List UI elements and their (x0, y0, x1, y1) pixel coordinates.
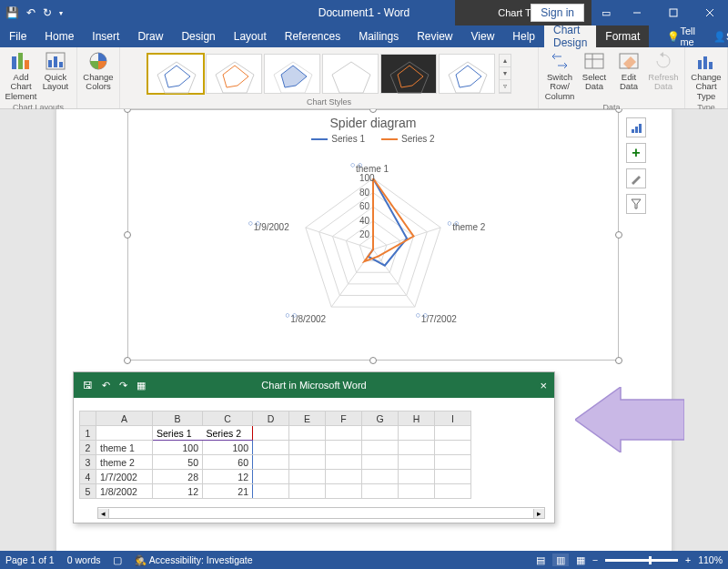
zoom-in-button[interactable]: + (685, 554, 691, 565)
cell[interactable]: 60 (203, 455, 253, 470)
cell[interactable]: 1/7/2002 (96, 470, 153, 484)
row-header[interactable]: 4 (80, 470, 96, 484)
zoom-out-button[interactable]: − (592, 554, 598, 565)
page-indicator[interactable]: Page 1 of 1 (5, 554, 55, 565)
style-thumb-4[interactable] (322, 54, 379, 94)
datasheet-close-button[interactable]: × (540, 379, 547, 392)
cell[interactable] (362, 441, 399, 455)
view-read-icon[interactable]: ▤ (536, 554, 545, 565)
tab-mailings[interactable]: Mailings (349, 25, 408, 47)
cell[interactable] (435, 470, 471, 484)
cell[interactable] (435, 455, 471, 470)
plot-area[interactable]: 10080604020theme 1○ ○theme 2○ ○1/7/2002○… (128, 147, 618, 339)
datalabel-handle[interactable]: ○ ○ (248, 218, 260, 228)
cell[interactable]: Series 1 (153, 426, 203, 441)
cell[interactable]: 28 (153, 470, 203, 484)
cell[interactable]: Series 2 (203, 426, 253, 441)
col-header[interactable]: A (96, 412, 153, 426)
col-header[interactable]: D (253, 412, 289, 426)
cell[interactable]: theme 2 (96, 455, 153, 470)
tab-help[interactable]: Help (503, 25, 544, 47)
col-header[interactable]: G (362, 412, 399, 426)
datalabel-handle[interactable]: ○ ○ (285, 310, 297, 320)
cell[interactable] (326, 484, 362, 499)
tab-format[interactable]: Format (596, 25, 649, 47)
row-header[interactable]: 3 (80, 455, 96, 470)
zoom-level[interactable]: 110% (698, 554, 723, 565)
document-area[interactable]: Spider diagram Series 1 Series 2 1008060… (0, 109, 728, 551)
ds-save-icon[interactable]: 🖫 (83, 380, 93, 391)
tab-layout[interactable]: Layout (225, 25, 276, 47)
cell[interactable] (289, 441, 326, 455)
view-print-icon[interactable]: ▥ (552, 554, 569, 566)
tab-chart-design[interactable]: Chart Design (544, 25, 596, 47)
tab-references[interactable]: References (276, 25, 349, 47)
tab-draw[interactable]: Draw (128, 25, 172, 47)
style-thumb-3[interactable] (264, 54, 320, 94)
scroll-right-icon[interactable]: ▸ (533, 509, 544, 518)
view-web-icon[interactable]: ▦ (576, 554, 585, 565)
chart-title[interactable]: Spider diagram (128, 110, 618, 130)
cell[interactable] (362, 470, 399, 484)
chart-legend[interactable]: Series 1 Series 2 (128, 130, 618, 147)
zoom-slider[interactable] (605, 559, 678, 562)
cell[interactable]: 12 (153, 484, 203, 499)
cell[interactable] (253, 455, 289, 470)
cell[interactable] (362, 484, 399, 499)
datasheet-scrollbar[interactable]: ◂ ▸ (97, 507, 545, 519)
cell[interactable]: theme 1 (96, 441, 153, 455)
tab-design[interactable]: Design (172, 25, 224, 47)
cell[interactable]: 21 (203, 484, 253, 499)
style-thumb-2[interactable] (206, 54, 262, 94)
cell[interactable] (253, 484, 289, 499)
chart-elements-button[interactable] (626, 117, 646, 137)
accessibility-status[interactable]: 🕵 Accessibility: Investigate (135, 554, 252, 566)
tab-view[interactable]: View (462, 25, 504, 47)
chart-filter-button[interactable] (626, 194, 646, 214)
col-header[interactable]: I (435, 412, 471, 426)
cell[interactable] (253, 441, 289, 455)
cell[interactable] (435, 484, 471, 499)
cell[interactable] (399, 484, 435, 499)
cell[interactable] (362, 455, 399, 470)
tab-home[interactable]: Home (35, 25, 83, 47)
maximize-button[interactable] (655, 0, 692, 25)
chart-styles-button[interactable]: + (626, 143, 646, 163)
datalabel-handle[interactable]: ○ ○ (350, 160, 362, 169)
cell[interactable] (435, 441, 471, 455)
cell[interactable]: 50 (153, 455, 203, 470)
datalabel-handle[interactable]: ○ ○ (416, 310, 428, 320)
proofing-icon[interactable]: ▢ (113, 554, 122, 565)
change-colors-button[interactable]: Change Colors (81, 49, 116, 94)
undo-icon[interactable]: ↶ (26, 6, 35, 19)
ds-excel-icon[interactable]: ▦ (136, 380, 146, 391)
col-header[interactable]: C (203, 412, 253, 426)
col-header[interactable]: B (153, 412, 203, 426)
ribbon-options-icon[interactable]: ▭ (593, 7, 619, 19)
style-thumb-6[interactable] (439, 54, 495, 94)
datasheet-grid[interactable]: ABCDEFGHI1Series 1Series 22theme 1100100… (79, 411, 471, 499)
tab-review[interactable]: Review (408, 25, 461, 47)
datalabel-handle[interactable]: ○ ○ (447, 218, 459, 228)
minimize-button[interactable] (619, 0, 655, 25)
ds-undo-icon[interactable]: ↶ (102, 380, 110, 391)
cell[interactable]: 100 (153, 441, 203, 455)
cell[interactable] (253, 470, 289, 484)
style-thumb-1[interactable] (147, 54, 204, 94)
chart-datasheet[interactable]: 🖫 ↶ ↷ ▦ Chart in Microsoft Word × ABCDEF… (73, 371, 555, 523)
col-header[interactable]: F (326, 412, 362, 426)
col-header[interactable]: H (399, 412, 435, 426)
cell[interactable] (289, 470, 326, 484)
cell[interactable] (326, 470, 362, 484)
style-thumb-5[interactable] (380, 54, 437, 94)
cell[interactable] (399, 470, 435, 484)
tell-me[interactable]: 💡 Tell me (658, 25, 704, 47)
col-header[interactable]: E (289, 412, 326, 426)
tab-file[interactable]: File (0, 25, 35, 47)
scroll-left-icon[interactable]: ◂ (98, 509, 109, 518)
cell[interactable]: 12 (203, 470, 253, 484)
cell[interactable] (326, 441, 362, 455)
quick-layout-button[interactable]: Quick Layout (38, 49, 73, 94)
datasheet-titlebar[interactable]: 🖫 ↶ ↷ ▦ Chart in Microsoft Word × (74, 372, 554, 398)
cell[interactable] (289, 455, 326, 470)
